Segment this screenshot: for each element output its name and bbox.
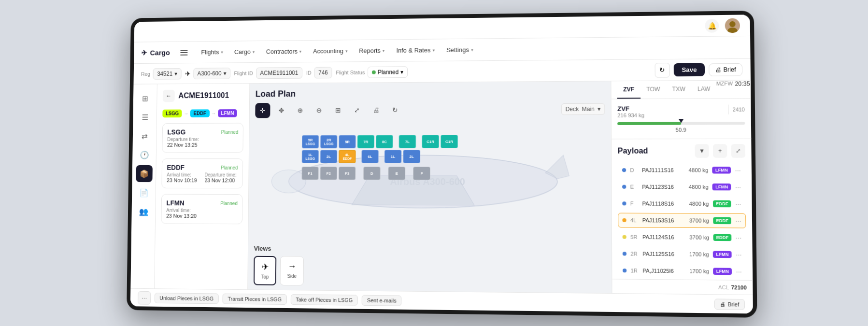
deck-selector[interactable]: Deck Main ▾	[561, 103, 605, 115]
payload-row[interactable]: 5R PAJ1124S16 3700 kg EDDF ···	[618, 229, 746, 245]
nav-spacer	[480, 47, 742, 49]
payload-row[interactable]: D PAJ1111S16 4800 kg LFMN ···	[617, 162, 745, 177]
flight-id-input[interactable]: ACME1911001	[256, 67, 302, 78]
payload-row[interactable]: 4L PAJ1153S16 3700 kg EDDF ···	[618, 213, 746, 228]
notification-bell-icon[interactable]: 🔔	[705, 18, 719, 32]
payload-more-button[interactable]: ···	[736, 250, 741, 258]
comp-1l[interactable]: 1LLSGG	[301, 150, 318, 163]
print-icon: 🖨	[715, 66, 722, 72]
unload-pieces-button[interactable]: Unload Pieces in LSGG	[154, 292, 218, 303]
payload-more-button[interactable]: ···	[735, 199, 741, 207]
comp-7l[interactable]: 7L	[398, 135, 416, 148]
nav-reports[interactable]: Reports ▾	[354, 44, 389, 57]
lfmn-status: Planned	[220, 200, 238, 206]
more-button[interactable]: ···	[138, 291, 151, 304]
comp-d[interactable]: D	[363, 166, 381, 180]
comp-6l[interactable]: 6L	[361, 150, 379, 163]
comp-c1r-1[interactable]: C1R	[422, 135, 439, 148]
nav-settings[interactable]: Settings ▾	[441, 43, 478, 56]
comp-2l-2[interactable]: 2L	[403, 150, 420, 163]
comp-e[interactable]: E	[388, 166, 405, 180]
comp-f2[interactable]: F2	[320, 166, 337, 180]
comp-2l-1[interactable]: 2L	[320, 150, 337, 163]
comp-8c[interactable]: 8C	[376, 135, 393, 148]
status-dot	[372, 70, 376, 74]
comp-2r-1[interactable]: 2RLSGG	[320, 135, 337, 148]
tab-txw[interactable]: TXW	[666, 81, 691, 99]
lsgg-badge: LSGG	[162, 109, 182, 117]
brief-bottom-button[interactable]: 🖨 Brief	[714, 298, 745, 309]
payload-row[interactable]: E PAJ1123S16 4800 kg LFMN ···	[617, 179, 745, 194]
weight-slider[interactable]	[617, 122, 745, 125]
eddf-status: Planned	[220, 165, 238, 170]
save-button[interactable]: Save	[673, 63, 705, 76]
load-plan-area: Load Plan ✛ ✥ ⊕ ⊖ ⊞ ⤢ 🖨 ↻ Deck Main ▾	[248, 81, 612, 293]
comp-f1[interactable]: F1	[301, 166, 318, 180]
nav-accounting[interactable]: Accounting ▾	[308, 44, 352, 57]
move-tool-button[interactable]: ✥	[274, 102, 289, 118]
reg-select[interactable]: 34521 ▾	[153, 68, 181, 79]
zoom-in-button[interactable]: ⊕	[292, 102, 307, 118]
comp-4l-selected[interactable]: 4LEDDF	[339, 150, 356, 163]
nav-cargo[interactable]: Cargo ▾	[229, 45, 259, 58]
expand-payload-button[interactable]: ⤢	[731, 144, 745, 158]
sidebar-people-icon[interactable]: 👥	[135, 203, 152, 220]
crosshair-tool-button[interactable]: ✛	[255, 103, 270, 118]
add-payload-button[interactable]: +	[712, 144, 726, 158]
view-top-button[interactable]: ✈ Top	[253, 255, 276, 285]
sent-emails-button[interactable]: Sent e-mails	[362, 295, 402, 306]
refresh-button[interactable]: ↻	[655, 62, 669, 77]
comp-c1r-2[interactable]: C1R	[441, 134, 458, 148]
comp-1l-2[interactable]: 1L	[384, 150, 401, 163]
flights-chevron-icon: ▾	[221, 49, 223, 54]
brief-button[interactable]: 🖨 Brief	[709, 63, 742, 76]
payload-weight: 3700 kg	[689, 234, 709, 241]
zoom-out-button[interactable]: ⊖	[311, 102, 326, 118]
filter-button[interactable]: ▼	[695, 144, 709, 158]
status-select[interactable]: Planned ▾	[368, 66, 408, 77]
payload-row[interactable]: 2R PAJ1125S16 1700 kg LFMN ···	[618, 246, 746, 262]
payload-more-button[interactable]: ···	[735, 183, 740, 190]
comp-5r-1[interactable]: 5RLSGG	[301, 135, 318, 148]
comp-7r[interactable]: 7R	[357, 135, 374, 148]
tab-tow[interactable]: TOW	[640, 81, 666, 99]
payload-more-button[interactable]: ···	[736, 267, 741, 275]
payload-more-button[interactable]: ···	[735, 216, 741, 225]
payload-row[interactable]: F PAJ1118S16 4800 kg EDDF ···	[617, 196, 745, 212]
aircraft-select[interactable]: A300-600 ▾	[193, 67, 230, 79]
payload-more-button[interactable]: ···	[735, 166, 740, 174]
nav-contractors[interactable]: Contractors ▾	[261, 44, 306, 57]
leg-card-lfmn[interactable]: LFMN Planned Arrival time: 23 Nov 13:20	[161, 194, 242, 224]
tab-zvf[interactable]: ZVF	[617, 81, 640, 99]
back-button[interactable]: ←	[162, 89, 174, 101]
tab-law[interactable]: LAW	[691, 80, 716, 98]
transit-pieces-button[interactable]: Transit Pieces in LSGG	[222, 293, 286, 304]
view-side-button[interactable]: → Side	[280, 256, 303, 285]
comp-f3[interactable]: F3	[338, 166, 356, 180]
leg-card-lsgg[interactable]: LSGG Planned Departure time: 22 Nov 13:2…	[162, 123, 243, 153]
nav-flights[interactable]: Flights ▾	[196, 45, 228, 58]
payload-destination-badge: LFMN	[712, 183, 731, 190]
sidebar-exchange-icon[interactable]: ⇄	[136, 127, 153, 144]
print-tool-button[interactable]: 🖨	[368, 102, 384, 117]
sidebar-clock-icon[interactable]: 🕐	[136, 146, 153, 163]
comp-5r-2[interactable]: 5R	[339, 135, 356, 148]
comp-f[interactable]: F	[413, 166, 430, 180]
sidebar-cargo-icon[interactable]: 📦	[135, 165, 152, 182]
hamburger-menu-button[interactable]	[177, 45, 191, 59]
payload-more-button[interactable]: ···	[735, 233, 741, 241]
leg-card-eddf[interactable]: EDDF Planned Arrival time: 23 Nov 10:19 …	[161, 158, 243, 188]
user-avatar[interactable]	[725, 18, 740, 33]
grid-button[interactable]: ⊞	[330, 102, 345, 118]
payload-weight: 3700 kg	[689, 217, 709, 223]
refresh-tool-button[interactable]: ↻	[387, 102, 403, 117]
nav-info-rates[interactable]: Info & Rates ▾	[391, 43, 440, 57]
takeoff-pieces-button[interactable]: Take off Pieces in LSGG	[290, 294, 358, 305]
sidebar-home-icon[interactable]: ⊞	[136, 90, 153, 107]
sidebar-document-icon[interactable]: 📄	[135, 184, 152, 200]
id-input[interactable]: 746	[314, 67, 332, 78]
expand-button[interactable]: ⤢	[349, 102, 365, 118]
payload-row[interactable]: 1R PA,J11025I6 1700 kg LFMN ···	[618, 263, 746, 279]
eddf-title: EDDF	[167, 163, 185, 171]
sidebar-list-icon[interactable]: ☰	[136, 108, 153, 125]
